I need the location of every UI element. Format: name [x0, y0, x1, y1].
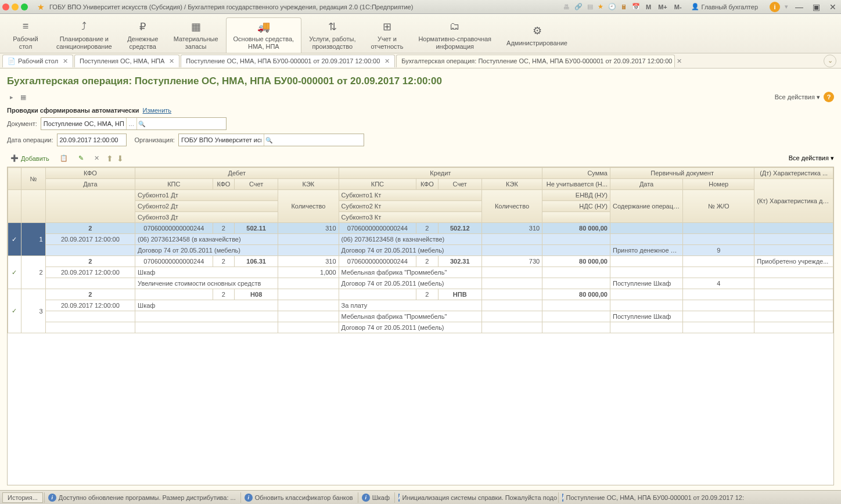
tab-icon: 📄 [8, 57, 16, 65]
nav-materials[interactable]: ▦Материальныезапасы [166, 17, 226, 53]
folders-icon: 🗂 [450, 20, 460, 33]
window-title: ГОБУ ВПО Университет искусств (Субсидия)… [49, 3, 563, 10]
tab-desktop[interactable]: 📄Рабочий стол✕ [2, 55, 73, 67]
tab-strip: 📄Рабочий стол✕ Поступления ОС, НМА, НПА✕… [0, 53, 841, 69]
date-label: Дата операции: [7, 136, 53, 143]
history-button[interactable]: История... [2, 492, 43, 503]
chevron-down-icon[interactable]: ⌄ [824, 55, 836, 67]
action-icon-2[interactable]: ▦ [19, 92, 28, 102]
nav-desktop[interactable]: ≡Рабочийстол [2, 17, 49, 53]
change-link[interactable]: Изменить [142, 107, 171, 114]
status-item[interactable]: iИнициализация системы справки. Пожалуйс… [394, 492, 557, 503]
grid-icon: ▦ [191, 20, 201, 33]
add-button[interactable]: ➕Добавить [7, 153, 53, 163]
close-icon[interactable]: ✕ [169, 57, 174, 65]
org-label: Организация: [135, 136, 175, 143]
branch-icon: ⤴ [81, 20, 87, 33]
structure-icon: ⊞ [383, 20, 391, 33]
delete-button[interactable]: ✕ [91, 153, 103, 163]
truck-icon: 🚚 [257, 20, 270, 33]
tab-receipts-list[interactable]: Поступления ОС, НМА, НПА✕ [74, 55, 179, 67]
m-button[interactable]: M [645, 3, 652, 10]
edit-button[interactable]: ✎ [75, 153, 87, 163]
grid-all-actions[interactable]: Все действия ▾ [789, 154, 834, 162]
doc-area: Бухгалтерская операция: Поступление ОС, … [0, 69, 841, 490]
info-icon: i [398, 494, 400, 502]
gear-icon: ⚙ [533, 24, 542, 37]
status-item[interactable]: iДоступно обновление программы. Размер д… [44, 492, 239, 503]
table-row[interactable]: ✓2 2 070600000000002442106.31310 0706000… [8, 256, 833, 267]
info-icon: i [562, 494, 564, 502]
close-icon[interactable]: ✕ [384, 57, 390, 65]
info-icon: i [245, 494, 253, 502]
document-input[interactable]: … 🔍 [41, 117, 227, 130]
menu-icon: ≡ [23, 20, 29, 33]
nav-money[interactable]: ₽Денежныесредства [120, 17, 166, 53]
info-icon: i [362, 494, 370, 502]
status-item[interactable]: iОбновить классификатор банков [240, 492, 357, 503]
print-icon[interactable]: 🖶 [563, 3, 570, 10]
table-row[interactable]: ✓ 1 2 070600000000002442502.11310 070600… [8, 223, 833, 234]
copy-button[interactable]: 📋 [56, 153, 71, 163]
star-icon[interactable]: ★ [37, 2, 45, 12]
doc-title: Бухгалтерская операция: Поступление ОС, … [7, 75, 834, 87]
up-arrow-icon[interactable]: ⬆ [106, 154, 113, 163]
statusbar: История... iДоступно обновление программ… [0, 490, 841, 504]
close-window-icon[interactable] [2, 3, 9, 10]
org-input[interactable]: 🔍 [178, 134, 364, 146]
nav-reference[interactable]: 🗂Нормативно-справочнаяинформация [411, 17, 499, 53]
nav-services[interactable]: ⇅Услуги, работы,производство [301, 17, 363, 53]
close-icon[interactable]: ✕ [827, 2, 839, 12]
auto-postings-label: Проводки сформированы автоматически [7, 107, 139, 114]
document-label: Документ: [7, 120, 37, 127]
fav-icon[interactable]: ★ [598, 3, 603, 10]
search-icon[interactable]: 🔍 [264, 134, 274, 146]
mplus-button[interactable]: M+ [657, 3, 669, 10]
link-icon[interactable]: 🔗 [574, 3, 583, 10]
ellipsis-icon[interactable]: … [126, 118, 136, 129]
calc-icon[interactable]: 🖩 [621, 3, 627, 10]
close-icon[interactable]: ✕ [63, 57, 68, 65]
search-icon[interactable]: 🔍 [136, 118, 147, 129]
nav-toolbar: ≡Рабочийстол ⤴Планирование исанкциониров… [0, 14, 841, 53]
table-row[interactable]: ✓3 2 2Н08 2НПВ 80 000,00 [8, 289, 833, 300]
minimize-window-icon[interactable] [12, 3, 19, 10]
help-icon[interactable]: ? [824, 92, 834, 102]
entries-grid[interactable]: № КФО Дебет Кредит Сумма Первичный докум… [7, 167, 834, 485]
db-icon[interactable]: ▤ [587, 3, 593, 10]
info-icon: i [48, 494, 56, 502]
close-icon[interactable]: ✕ [677, 57, 682, 65]
maximize-window-icon[interactable] [21, 3, 28, 10]
help-icon[interactable]: i [770, 2, 780, 12]
nav-admin[interactable]: ⚙Администрирование [499, 17, 575, 53]
ruble-icon: ₽ [139, 20, 146, 33]
clock-icon[interactable]: 🕘 [608, 3, 616, 10]
user-label[interactable]: 👤Главный бухгалтер [688, 3, 761, 10]
nav-fixed-assets[interactable]: 🚚Основные средства,НМА, НПА [226, 17, 302, 53]
nav-planning[interactable]: ⤴Планирование исанкционирование [49, 17, 120, 53]
status-item[interactable]: iШкаф [358, 492, 393, 503]
date-input[interactable] [57, 134, 127, 146]
calendar-icon[interactable]: 📅 [632, 3, 640, 10]
mminus-button[interactable]: M- [673, 3, 683, 10]
tab-receipt-doc[interactable]: Поступление ОС, НМА, НПА БУ00-000001 от … [181, 55, 395, 67]
plus-icon: ➕ [10, 154, 19, 162]
min-icon[interactable]: — [793, 2, 806, 12]
sliders-icon: ⇅ [328, 20, 337, 33]
all-actions-link[interactable]: Все действия ▾ [775, 93, 820, 101]
restore-icon[interactable]: ▣ [810, 2, 822, 12]
status-item[interactable]: iПоступление ОС, НМА, НПА БУ00-000001 от… [558, 492, 744, 503]
tab-accounting-op[interactable]: Бухгалтерская операция: Поступление ОС, … [396, 55, 675, 67]
nav-accounting[interactable]: ⊞Учет иотчетность [363, 17, 411, 53]
titlebar: ★ ГОБУ ВПО Университет искусств (Субсиди… [0, 0, 841, 14]
down-arrow-icon[interactable]: ⬇ [117, 154, 124, 163]
action-icon-1[interactable]: ▸ [7, 92, 16, 102]
